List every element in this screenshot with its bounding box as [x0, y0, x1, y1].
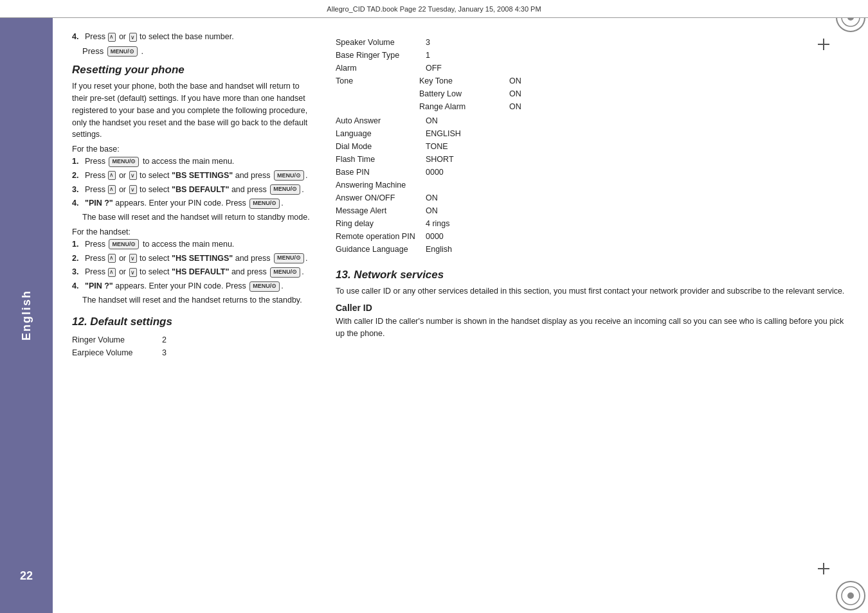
- menu-btn-b2: MENU/⊙: [274, 170, 304, 181]
- up-icon-b2: [108, 171, 116, 180]
- base-step-2: 2. Press or to select "BS SETTINGS" and …: [72, 170, 310, 182]
- base-note: The base will reset and the handset will…: [82, 211, 310, 224]
- page-number-box: 22: [0, 564, 53, 587]
- tone-key: Tone: [336, 75, 419, 113]
- settings-row-language: Language ENGLISH: [336, 127, 849, 140]
- content-area: 4. Press or to select the base number. P…: [53, 18, 868, 613]
- dial-mode-key: Dial Mode: [336, 140, 419, 153]
- guidance-lang-val: English: [426, 243, 464, 256]
- menu-btn-b4: MENU/⊙: [249, 199, 280, 209]
- step4-press-label: Press: [85, 32, 107, 41]
- speaker-vol-key: Speaker Volume: [336, 36, 419, 49]
- settings-row-alarm: Alarm OFF: [336, 62, 849, 75]
- up-icon-h3: [108, 268, 116, 277]
- menu-btn-h3: MENU/⊙: [270, 267, 300, 278]
- header-text: Allegro_CID TAD.book Page 22 Tuesday, Ja…: [327, 5, 541, 13]
- menu-btn-h2: MENU/⊙: [274, 253, 304, 263]
- settings-row-guidance-lang: Guidance Language English: [336, 243, 849, 256]
- answer-onoff-key: Answer ON/OFF: [336, 191, 419, 204]
- default-settings-title: 12. Default settings: [72, 315, 310, 328]
- base-step-3: 3. Press or to select "BS DEFAULT" and p…: [72, 184, 310, 196]
- ringer-vol-key: Ringer Volume: [72, 333, 156, 346]
- base-ringer-key: Base Ringer Type: [336, 49, 419, 62]
- page-number: 22: [20, 569, 33, 583]
- ring-delay-val: 4 rings: [426, 217, 464, 230]
- down-icon-b3: [129, 185, 137, 194]
- handset-step-4: 4. "PIN ?" appears. Enter your PIN code.…: [72, 280, 310, 292]
- menu-btn-h1: MENU/⊙: [109, 239, 139, 249]
- language-val: ENGLISH: [426, 127, 464, 140]
- settings-row-remote-pin: Remote operation PIN 0000: [336, 230, 849, 243]
- settings-row-answer-onoff: Answer ON/OFF ON: [336, 191, 849, 204]
- settings-row-tone: Tone Key Tone ON Battery Low ON Range Al…: [336, 75, 849, 113]
- step4-or-label: or: [119, 32, 129, 41]
- step4-num: 4.: [72, 31, 82, 43]
- handset-step-2: 2. Press or to select "HS SETTINGS" and …: [72, 253, 310, 265]
- arrow-up-icon: [108, 33, 116, 42]
- base-step-1: 1. Press MENU/⊙ to access the main menu.: [72, 155, 310, 168]
- arrow-down-icon: [129, 33, 137, 42]
- ringer-vol-val: 2: [162, 333, 201, 346]
- up-icon-b3: [108, 185, 116, 194]
- for-base-label: For the base:: [72, 145, 310, 154]
- base-pin-key: Base PIN: [336, 166, 419, 179]
- tone-sub-range-alarm: Range Alarm ON: [419, 100, 521, 113]
- answer-onoff-val: ON: [426, 191, 464, 204]
- message-alert-val: ON: [426, 204, 464, 217]
- caller-id-title: Caller ID: [336, 303, 849, 313]
- earpiece-vol-key: Earpiece Volume: [72, 346, 156, 359]
- press-period: .: [141, 46, 143, 56]
- resetting-title: Resetting your phone: [72, 64, 310, 76]
- tone-sub-battery-low: Battery Low ON: [419, 87, 521, 100]
- speaker-vol-val: 3: [426, 36, 464, 49]
- up-icon-h2: [108, 254, 116, 263]
- for-handset-label: For the handset:: [72, 227, 310, 236]
- ring-delay-key: Ring delay: [336, 217, 419, 230]
- step4-content: Press or to select the base number.: [85, 31, 310, 43]
- settings-row-auto-answer: Auto Answer ON: [336, 114, 849, 127]
- handset-step-1: 1. Press MENU/⊙ to access the main menu.: [72, 238, 310, 251]
- base-pin-val: 0000: [426, 166, 464, 179]
- settings-row-ring-delay: Ring delay 4 rings: [336, 217, 849, 230]
- alarm-key: Alarm: [336, 62, 419, 75]
- step4-suffix: to select the base number.: [140, 32, 234, 41]
- language-key: Language: [336, 127, 419, 140]
- flash-time-val: SHORT: [426, 153, 464, 166]
- auto-answer-key: Auto Answer: [336, 114, 419, 127]
- down-icon-b2: [129, 171, 137, 180]
- settings-row-dial-mode: Dial Mode TONE: [336, 140, 849, 153]
- step4-top: 4. Press or to select the base number.: [72, 31, 310, 43]
- settings-row-base-pin: Base PIN 0000: [336, 166, 849, 179]
- down-icon-h3: [129, 268, 137, 277]
- guidance-lang-key: Guidance Language: [336, 243, 419, 256]
- alarm-val: OFF: [426, 62, 464, 75]
- earpiece-vol-val: 3: [162, 346, 201, 359]
- settings-row-base-ringer: Base Ringer Type 1: [336, 49, 849, 62]
- menu-btn-b3: MENU/⊙: [270, 184, 300, 195]
- network-services-title: 13. Network services: [336, 269, 849, 281]
- menu-button-icon: MENU/⊙: [107, 46, 138, 57]
- settings-row-earpiece: Earpiece Volume 3: [72, 346, 310, 359]
- menu-btn-b1: MENU/⊙: [109, 157, 139, 167]
- answering-machine-key: Answering Machine: [336, 179, 419, 191]
- header-bar: Allegro_CID TAD.book Page 22 Tuesday, Ja…: [0, 0, 868, 18]
- sidebar: English: [0, 18, 53, 613]
- message-alert-key: Message Alert: [336, 204, 419, 217]
- right-column: Speaker Volume 3 Base Ringer Type 1 Alar…: [329, 31, 849, 600]
- settings-row-answering-machine: Answering Machine: [336, 179, 849, 191]
- left-column: 4. Press or to select the base number. P…: [72, 31, 310, 600]
- press-label: Press: [82, 46, 106, 56]
- remote-pin-key: Remote operation PIN: [336, 230, 419, 243]
- sidebar-language-label: English: [20, 290, 33, 341]
- handset-note: The handset will reset and the handset r…: [82, 294, 310, 306]
- down-icon-h2: [129, 254, 137, 263]
- dial-mode-val: TONE: [426, 140, 464, 153]
- settings-row-ringer: Ringer Volume 2: [72, 333, 310, 346]
- base-ringer-val: 1: [426, 49, 464, 62]
- base-step-4: 4. "PIN ?" appears. Enter your PIN code.…: [72, 197, 310, 209]
- auto-answer-val: ON: [426, 114, 464, 127]
- handset-step-3: 3. Press or to select "HS DEFAULT" and p…: [72, 266, 310, 278]
- answering-machine-val: [426, 179, 464, 191]
- settings-row-speaker: Speaker Volume 3: [336, 36, 849, 49]
- network-intro: To use caller ID or any other services d…: [336, 285, 849, 298]
